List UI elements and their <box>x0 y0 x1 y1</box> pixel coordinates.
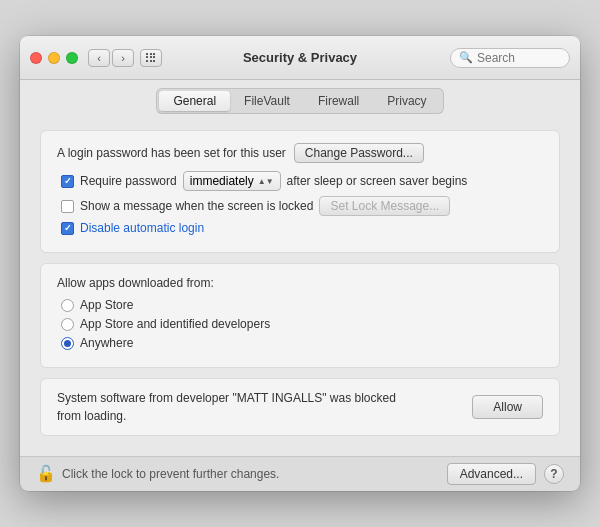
checkmark-icon: ✓ <box>64 223 72 233</box>
anywhere-row: Anywhere <box>57 336 543 350</box>
chevron-down-icon: ▲▼ <box>258 177 274 186</box>
content: A login password has been set for this u… <box>20 120 580 456</box>
app-store-identified-radio[interactable] <box>61 318 74 331</box>
show-message-row: Show a message when the screen is locked… <box>57 196 543 216</box>
show-message-label: Show a message when the screen is locked <box>80 199 313 213</box>
immediately-dropdown[interactable]: immediately ▲▼ <box>183 171 281 191</box>
tab-filevault[interactable]: FileVault <box>230 91 304 111</box>
app-store-identified-row: App Store and identified developers <box>57 317 543 331</box>
forward-button[interactable]: › <box>112 49 134 67</box>
close-button[interactable] <box>30 52 42 64</box>
login-password-row: A login password has been set for this u… <box>57 143 543 163</box>
grid-button[interactable] <box>140 49 162 67</box>
search-input[interactable] <box>477 51 557 65</box>
nav-buttons: ‹ › <box>88 49 134 67</box>
require-password-row: ✓ Require password immediately ▲▼ after … <box>57 171 543 191</box>
show-message-checkbox[interactable] <box>61 200 74 213</box>
app-store-radio[interactable] <box>61 299 74 312</box>
window-title: Security & Privacy <box>243 50 357 65</box>
tabs-container: General FileVault Firewall Privacy <box>156 88 443 114</box>
system-software-text: System software from developer "MATT ING… <box>57 389 397 425</box>
tab-general[interactable]: General <box>159 91 230 111</box>
search-icon: 🔍 <box>459 51 473 64</box>
tab-privacy[interactable]: Privacy <box>373 91 440 111</box>
dropdown-value: immediately <box>190 174 254 188</box>
anywhere-label: Anywhere <box>80 336 133 350</box>
checkmark-icon: ✓ <box>64 176 72 186</box>
downloads-header: Allow apps downloaded from: <box>57 276 543 290</box>
set-lock-message-button[interactable]: Set Lock Message... <box>319 196 450 216</box>
back-button[interactable]: ‹ <box>88 49 110 67</box>
grid-icon <box>146 53 156 63</box>
allow-button[interactable]: Allow <box>472 395 543 419</box>
traffic-lights <box>30 52 78 64</box>
app-store-label: App Store <box>80 298 133 312</box>
require-password-checkbox[interactable]: ✓ <box>61 175 74 188</box>
tabbar: General FileVault Firewall Privacy <box>20 80 580 120</box>
search-box[interactable]: 🔍 <box>450 48 570 68</box>
disable-login-label: Disable automatic login <box>80 221 204 235</box>
disable-login-checkbox[interactable]: ✓ <box>61 222 74 235</box>
password-section: A login password has been set for this u… <box>40 130 560 253</box>
anywhere-radio[interactable] <box>61 337 74 350</box>
footer: 🔓 Click the lock to prevent further chan… <box>20 456 580 491</box>
change-password-button[interactable]: Change Password... <box>294 143 424 163</box>
tab-firewall[interactable]: Firewall <box>304 91 373 111</box>
help-button[interactable]: ? <box>544 464 564 484</box>
maximize-button[interactable] <box>66 52 78 64</box>
system-software-section: System software from developer "MATT ING… <box>40 378 560 436</box>
radio-selected-dot <box>64 340 71 347</box>
app-store-identified-label: App Store and identified developers <box>80 317 270 331</box>
downloads-section: Allow apps downloaded from: App Store Ap… <box>40 263 560 368</box>
minimize-button[interactable] <box>48 52 60 64</box>
window: ‹ › Security & Privacy 🔍 General FileVau… <box>20 36 580 491</box>
require-password-post-label: after sleep or screen saver begins <box>287 174 468 188</box>
require-password-pre-label: Require password <box>80 174 177 188</box>
lock-icon[interactable]: 🔓 <box>36 464 54 484</box>
app-store-row: App Store <box>57 298 543 312</box>
titlebar: ‹ › Security & Privacy 🔍 <box>20 36 580 80</box>
disable-login-row: ✓ Disable automatic login <box>57 221 543 235</box>
login-password-label: A login password has been set for this u… <box>57 146 286 160</box>
footer-text: Click the lock to prevent further change… <box>62 467 439 481</box>
advanced-button[interactable]: Advanced... <box>447 463 536 485</box>
